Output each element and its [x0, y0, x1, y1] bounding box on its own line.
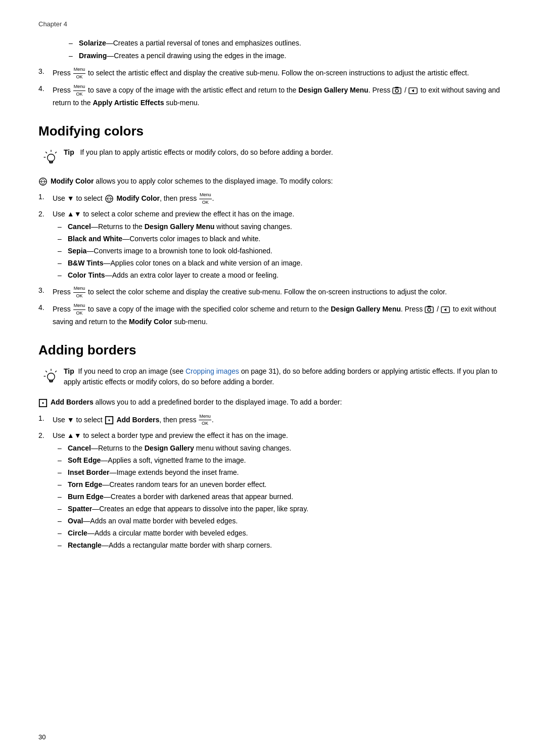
back-icon-2	[441, 305, 450, 314]
section-title-adding-borders: Adding borders	[38, 342, 508, 358]
list-item: 4. Press MenuOK to save a copy of the im…	[38, 83, 508, 108]
modify-color-icon	[38, 177, 48, 186]
list-item: Rectangle—Adds a rectangular matte borde…	[58, 540, 508, 551]
svg-line-6	[55, 152, 57, 153]
list-item: Torn Edge—Creates random tears for an un…	[58, 479, 508, 490]
tip-box-borders: Tip If you need to crop an image (see Cr…	[38, 366, 508, 387]
list-item: B&W Tints—Applies color tones on a black…	[58, 258, 508, 269]
color-scheme-sub-list: Cancel—Returns to the Design Gallery Men…	[58, 221, 508, 281]
lightbulb-icon-2	[42, 367, 60, 385]
intro-numbered-list: 3. Press MenuOK to select the artistic e…	[38, 66, 508, 108]
list-item: Solarize—Creates a partial reversal of t…	[69, 38, 508, 49]
svg-line-25	[55, 371, 57, 373]
add-borders-list: 1. Use ▼ to select Add Borders, then pre…	[38, 413, 508, 552]
svg-marker-23	[444, 308, 446, 312]
list-item: 2. Use ▲▼ to select a border type and pr…	[38, 430, 508, 552]
cropping-images-link[interactable]: Cropping images	[186, 367, 239, 375]
list-item: Color Tints—Adds an extra color layer to…	[58, 270, 508, 281]
svg-marker-4	[412, 89, 414, 92]
list-item: Drawing—Creates a pencil drawing using t…	[69, 51, 508, 61]
camera-icon	[392, 86, 401, 95]
menu-ok-icon: MenuOK	[73, 285, 86, 299]
list-item: 1. Use ▼ to select Modify Color, then pr…	[38, 192, 508, 206]
list-item: Cancel—Returns to the Design Gallery men…	[58, 443, 508, 454]
camera-icon-2	[425, 305, 434, 314]
list-item: Oval—Adds an oval matte border with beve…	[58, 516, 508, 526]
svg-point-9	[48, 154, 55, 161]
list-item: 1. Use ▼ to select Add Borders, then pre…	[38, 413, 508, 427]
modify-colors-list: 1. Use ▼ to select Modify Color, then pr…	[38, 192, 508, 327]
svg-rect-19	[425, 307, 433, 313]
menu-ok-icon: MenuOK	[199, 192, 212, 206]
add-borders-icon-inline	[105, 416, 114, 425]
list-item: 3. Press MenuOK to select the artistic e…	[38, 66, 508, 80]
svg-rect-0	[393, 88, 401, 94]
tip-icon-2	[38, 367, 64, 385]
add-borders-intro: Add Borders allows you to add a predefin…	[38, 396, 508, 408]
svg-point-1	[395, 89, 398, 92]
border-type-sub-list: Cancel—Returns to the Design Gallery men…	[58, 443, 508, 551]
modify-color-icon-inline	[105, 194, 114, 203]
list-item: 2. Use ▲▼ to select a color scheme and p…	[38, 209, 508, 282]
list-item: 4. Press MenuOK to save a copy of the im…	[38, 302, 508, 327]
svg-line-26	[46, 371, 47, 373]
svg-point-20	[428, 308, 431, 312]
chapter-header: Chapter 4	[38, 20, 508, 28]
list-item: Black and White—Converts color images to…	[58, 234, 508, 244]
section-title-modifying-colors: Modifying colors	[38, 123, 508, 139]
list-item: Burn Edge—Creates a border with darkened…	[58, 492, 508, 502]
add-borders-icon	[38, 398, 48, 408]
svg-rect-2	[395, 87, 399, 88]
list-item: Cancel—Returns to the Design Gallery Men…	[58, 221, 508, 232]
intro-bullet-list: Solarize—Creates a partial reversal of t…	[69, 38, 508, 61]
list-item: Spatter—Creates an edge that appears to …	[58, 504, 508, 514]
list-item: Circle—Adds a circular matte border with…	[58, 528, 508, 539]
svg-point-28	[48, 373, 55, 380]
chapter-label: Chapter 4	[38, 20, 67, 28]
menu-ok-icon: MenuOK	[73, 66, 86, 80]
svg-line-7	[46, 152, 47, 153]
tip-icon	[38, 148, 64, 166]
list-item: 3. Press MenuOK to select the color sche…	[38, 285, 508, 299]
page-number: 30	[38, 733, 46, 741]
back-icon	[408, 86, 418, 95]
menu-ok-icon: MenuOK	[73, 302, 86, 317]
list-item: Soft Edge—Applies a soft, vignetted fram…	[58, 455, 508, 466]
list-item: Sepia—Converts image to a brownish tone …	[58, 246, 508, 256]
modify-color-intro: Modify Color allows you to apply color s…	[38, 175, 508, 187]
tip-box-colors: Tip If you plan to apply artistic effect…	[38, 147, 508, 166]
lightbulb-icon	[42, 148, 60, 166]
svg-rect-21	[428, 306, 431, 307]
menu-ok-icon: MenuOK	[199, 413, 211, 427]
list-item: Inset Border—Image extends beyond the in…	[58, 467, 508, 478]
menu-ok-icon: MenuOK	[73, 83, 86, 98]
